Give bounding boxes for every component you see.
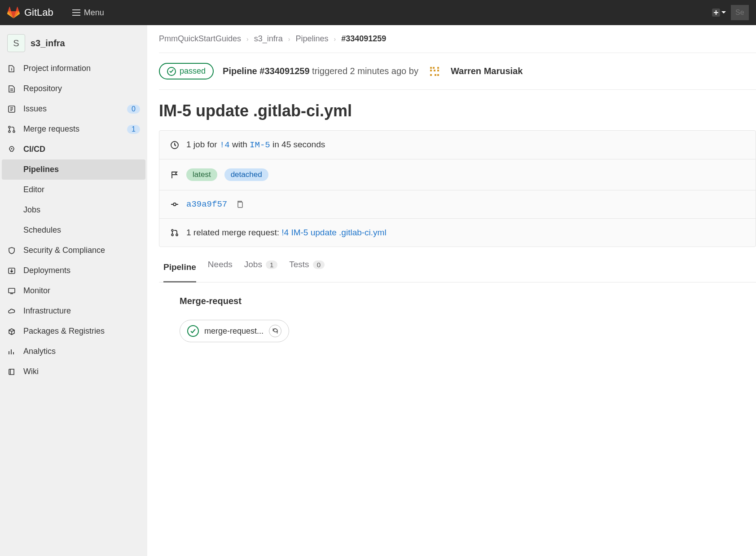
sidebar-item-wiki[interactable]: Wiki (0, 362, 147, 382)
breadcrumb: PmmQuickStartGuides › s3_infra › Pipelin… (159, 34, 756, 53)
sidebar-item-monitor[interactable]: Monitor (0, 281, 147, 301)
svg-rect-15 (430, 74, 432, 76)
issues-icon (7, 105, 16, 113)
sidebar-item-repository[interactable]: Repository (0, 79, 147, 99)
monitor-icon (7, 287, 16, 295)
mr-link[interactable]: !4 (220, 140, 230, 150)
svg-rect-11 (437, 67, 439, 69)
deploy-icon (7, 267, 16, 275)
nav-label: Wiki (23, 367, 140, 376)
sidebar-item-packages[interactable]: Packages & Registries (0, 321, 147, 341)
sidebar-item-merge-requests[interactable]: Merge requests 1 (0, 119, 147, 139)
nav-label: Analytics (23, 347, 140, 356)
sidebar-subitem-jobs[interactable]: Jobs (0, 200, 147, 220)
nav-label: CI/CD (23, 145, 140, 154)
merge-icon (7, 125, 16, 133)
info-row-related-mr: 1 related merge request: !4 IM-5 update … (159, 219, 756, 247)
breadcrumb-l1[interactable]: PmmQuickStartGuides (159, 34, 241, 44)
svg-point-4 (13, 131, 15, 132)
nav-label: Deployments (23, 266, 140, 275)
flag-icon (170, 170, 179, 179)
chart-icon (7, 348, 16, 356)
package-icon (7, 327, 16, 335)
chevron-right-icon: › (246, 35, 249, 43)
tab-pipeline[interactable]: Pipeline (163, 260, 196, 282)
pipeline-header: passed Pipeline #334091259 triggered 2 m… (159, 53, 756, 90)
sidebar-item-cicd[interactable]: CI/CD (0, 139, 147, 159)
new-dropdown[interactable] (712, 9, 726, 17)
branch-link[interactable]: IM-5 (250, 140, 270, 150)
hamburger-icon (72, 9, 80, 16)
job-pill[interactable]: merge-request... (180, 320, 289, 342)
sidebar-subitem-editor[interactable]: Editor (0, 180, 147, 200)
clock-icon (170, 141, 179, 150)
chevron-down-icon (721, 11, 726, 14)
issues-count: 0 (127, 105, 140, 114)
svg-rect-7 (9, 288, 15, 293)
svg-rect-16 (435, 74, 436, 76)
commit-sha-link[interactable]: a39a9f57 (186, 199, 227, 209)
tag-latest: latest (186, 168, 217, 181)
related-mr-link[interactable]: !4 IM-5 update .gitlab-ci.yml (281, 228, 386, 237)
brand[interactable]: GitLab (7, 6, 53, 19)
nav-label: Security & Compliance (23, 246, 140, 255)
search-input[interactable] (731, 5, 749, 20)
user-avatar[interactable] (427, 64, 442, 79)
svg-rect-9 (430, 67, 432, 69)
pipeline-header-text: Pipeline #334091259 triggered 2 minutes … (223, 66, 418, 76)
breadcrumb-l3[interactable]: Pipelines (295, 34, 328, 44)
related-mr-text: 1 related merge request: !4 IM-5 update … (186, 228, 387, 238)
sidebar-item-infrastructure[interactable]: Infrastructure (0, 301, 147, 321)
sidebar-item-analytics[interactable]: Analytics (0, 341, 147, 362)
sidebar-subitem-schedules[interactable]: Schedules (0, 220, 147, 240)
svg-rect-12 (430, 70, 432, 71)
svg-point-5 (11, 148, 13, 149)
rocket-icon (7, 146, 16, 154)
sidebar-item-security[interactable]: Security & Compliance (0, 240, 147, 260)
status-badge[interactable]: passed (159, 63, 214, 79)
tab-needs[interactable]: Needs (208, 260, 233, 276)
tab-jobs[interactable]: Jobs1 (244, 260, 277, 276)
sidebar-subitem-pipelines[interactable]: Pipelines (2, 159, 145, 180)
jobs-tab-count: 1 (266, 260, 277, 269)
sidebar-item-project-info[interactable]: Project information (0, 58, 147, 79)
svg-point-3 (9, 131, 10, 132)
svg-rect-17 (437, 74, 439, 76)
check-circle-icon (167, 67, 176, 76)
sidebar-item-deployments[interactable]: Deployments (0, 260, 147, 281)
nav-label: Infrastructure (23, 306, 140, 316)
tab-tests[interactable]: Tests0 (289, 260, 325, 276)
nav-label: Monitor (23, 286, 140, 296)
main-content: PmmQuickStartGuides › s3_infra › Pipelin… (147, 25, 756, 556)
page-title: IM-5 update .gitlab-ci.yml (159, 90, 756, 130)
user-name[interactable]: Warren Marusiak (451, 66, 523, 76)
chevron-right-icon: › (334, 35, 336, 43)
copy-sha-button[interactable] (236, 200, 243, 208)
project-header[interactable]: S s3_infra (0, 30, 147, 58)
sidebar-item-issues[interactable]: Issues 0 (0, 99, 147, 119)
chevron-right-icon: › (288, 35, 290, 43)
svg-rect-13 (434, 70, 435, 71)
commit-icon (170, 200, 179, 209)
pipeline-tabs: Pipeline Needs Jobs1 Tests0 (159, 247, 756, 282)
info-row-tags: latest detached (159, 159, 756, 190)
shield-icon (7, 247, 16, 255)
info-icon (7, 65, 16, 73)
svg-point-19 (173, 203, 176, 206)
breadcrumb-l2[interactable]: s3_infra (254, 34, 283, 44)
nav-label: Repository (23, 84, 140, 93)
retry-icon[interactable] (269, 325, 281, 337)
menu-button[interactable]: Menu (72, 8, 104, 18)
nav-label: Project information (23, 64, 140, 73)
breadcrumb-current: #334091259 (341, 34, 386, 44)
menu-label: Menu (84, 8, 104, 18)
stage-title: Merge-request (180, 296, 756, 306)
gitlab-logo-icon (7, 6, 20, 19)
top-navbar: GitLab Menu (0, 0, 756, 25)
pipeline-info-box: 1 job for !4 with IM-5 in 45 seconds lat… (159, 130, 756, 247)
nav-label: Packages & Registries (23, 327, 140, 336)
project-avatar: S (7, 34, 25, 52)
check-circle-icon (187, 325, 199, 337)
info-row-commit: a39a9f57 (159, 190, 756, 219)
file-icon (7, 85, 16, 93)
